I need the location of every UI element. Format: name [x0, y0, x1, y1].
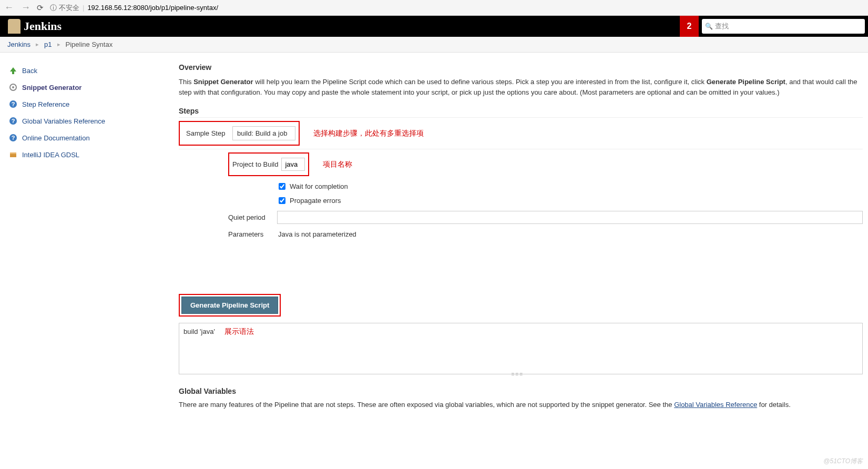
params-value: Java is not parameterized: [278, 230, 356, 238]
global-vars-heading: Global Variables: [179, 387, 863, 395]
sidebar-item-snippet[interactable]: Snippet Generator: [6, 79, 162, 96]
quiet-input[interactable]: [277, 211, 863, 224]
sidebar: Back Snippet Generator ? Step Reference …: [0, 53, 168, 426]
quiet-label: Quiet period: [228, 213, 268, 221]
up-arrow-icon: [8, 66, 18, 75]
global-vars-link[interactable]: Global Variables Reference: [674, 401, 757, 409]
help-icon: ?: [8, 99, 18, 109]
box-icon: [8, 150, 18, 159]
crumb-current: Pipeline Syntax: [66, 40, 113, 48]
output-text: build 'java': [183, 328, 215, 335]
sample-step-highlight: Sample Step build: Build a job: [179, 121, 300, 146]
insecure-label: 不安全: [59, 3, 79, 13]
crumb-sep: ▸: [36, 41, 39, 48]
sidebar-item-label: Back: [22, 67, 37, 75]
project-input[interactable]: [281, 158, 305, 171]
project-highlight: Project to Build: [228, 152, 309, 176]
sidebar-item-label: Step Reference: [22, 100, 69, 108]
project-label: Project to Build: [232, 160, 278, 168]
resize-handle-icon[interactable]: ≡≡≡: [507, 372, 528, 375]
sample-step-row: Sample Step build: Build a job 选择构建步骤，此处…: [179, 118, 863, 149]
header-right: 2 🔍 查找: [680, 16, 868, 37]
sample-step-label: Sample Step: [183, 129, 229, 137]
wait-row: Wait for completion: [279, 179, 863, 193]
info-icon: ⓘ: [50, 3, 57, 13]
params-label: Parameters: [228, 230, 268, 238]
sidebar-item-label: Snippet Generator: [22, 84, 81, 91]
crumb-sep: ▸: [57, 41, 60, 48]
sidebar-item-label: IntelliJ IDEA GDSL: [22, 151, 79, 159]
reload-icon[interactable]: ⟳: [37, 3, 44, 13]
nav-arrows: ← →: [4, 2, 30, 13]
quiet-row: Quiet period: [228, 208, 863, 227]
gear-icon: [8, 83, 18, 92]
steps-heading: Steps: [179, 107, 863, 115]
svg-text:?: ?: [12, 135, 15, 141]
sidebar-item-label: Global Variables Reference: [22, 117, 105, 125]
notification-badge[interactable]: 2: [680, 16, 699, 37]
crumb-jenkins[interactable]: Jenkins: [7, 40, 30, 48]
browser-toolbar: ← → ⟳ ⓘ 不安全 | 192.168.56.12:8080/job/p1/…: [0, 0, 868, 16]
forward-arrow-icon[interactable]: →: [21, 2, 30, 13]
options-block: Wait for completion Propagate errors: [279, 179, 863, 208]
back-arrow-icon[interactable]: ←: [4, 2, 14, 13]
main-content: Overview This Snippet Generator will hel…: [168, 53, 868, 426]
sidebar-item-back[interactable]: Back: [6, 62, 162, 79]
propagate-checkbox[interactable]: [279, 197, 285, 204]
search-placeholder: 查找: [715, 22, 729, 31]
search-icon: 🔍: [705, 23, 713, 30]
jenkins-header: Jenkins 2 🔍 查找: [0, 16, 868, 37]
steps-form: Sample Step build: Build a job 选择构建步骤，此处…: [179, 117, 863, 410]
generate-wrap: Generate Pipeline Script: [179, 294, 863, 317]
wait-label: Wait for completion: [290, 182, 348, 190]
url-text: 192.168.56.12:8080/job/p1/pipeline-synta…: [87, 4, 218, 12]
url-divider: |: [83, 4, 84, 12]
overview-heading: Overview: [179, 63, 863, 72]
crumb-p1[interactable]: p1: [44, 40, 52, 48]
search-box[interactable]: 🔍 查找: [702, 19, 865, 34]
output-row: build 'java' 展示语法 ≡≡≡: [179, 323, 863, 374]
help-icon: ?: [8, 133, 18, 142]
sidebar-item-globalvar[interactable]: ? Global Variables Reference: [6, 113, 162, 129]
svg-text:?: ?: [12, 118, 15, 124]
jenkins-logo-icon: [8, 19, 21, 34]
sidebar-item-label: Online Documentation: [22, 134, 90, 142]
params-row: Parameters Java is not parameterized: [228, 227, 863, 241]
project-annotation: 项目名称: [323, 160, 352, 169]
sidebar-item-intellij[interactable]: IntelliJ IDEA GDSL: [6, 146, 162, 163]
propagate-row: Propagate errors: [279, 193, 863, 208]
svg-text:?: ?: [12, 101, 15, 107]
sample-step-annotation: 选择构建步骤，此处有多重选择项: [313, 129, 424, 138]
generate-button[interactable]: Generate Pipeline Script: [181, 297, 278, 314]
propagate-label: Propagate errors: [290, 197, 341, 205]
sidebar-item-stepref[interactable]: ? Step Reference: [6, 96, 162, 113]
global-vars-text: There are many features of the Pipeline …: [179, 400, 863, 410]
security-info: ⓘ 不安全: [50, 3, 79, 13]
output-textarea[interactable]: build 'java' 展示语法 ≡≡≡: [179, 323, 863, 374]
sample-step-select[interactable]: build: Build a job: [232, 126, 295, 140]
svg-rect-9: [10, 152, 16, 154]
project-row: Project to Build 项目名称: [228, 149, 863, 179]
breadcrumb: Jenkins ▸ p1 ▸ Pipeline Syntax: [0, 37, 868, 53]
help-icon: ?: [8, 116, 18, 126]
output-annotation: 展示语法: [224, 327, 254, 337]
wait-checkbox[interactable]: [279, 183, 285, 190]
generate-highlight: Generate Pipeline Script: [179, 294, 281, 317]
url-bar[interactable]: ⓘ 不安全 | 192.168.56.12:8080/job/p1/pipeli…: [50, 3, 864, 13]
logo-text: Jenkins: [24, 19, 62, 33]
overview-description: This Snippet Generator will help you lea…: [179, 77, 863, 97]
svg-point-1: [12, 86, 14, 88]
logo-area[interactable]: Jenkins: [8, 19, 62, 34]
sidebar-item-onlinedoc[interactable]: ? Online Documentation: [6, 129, 162, 146]
